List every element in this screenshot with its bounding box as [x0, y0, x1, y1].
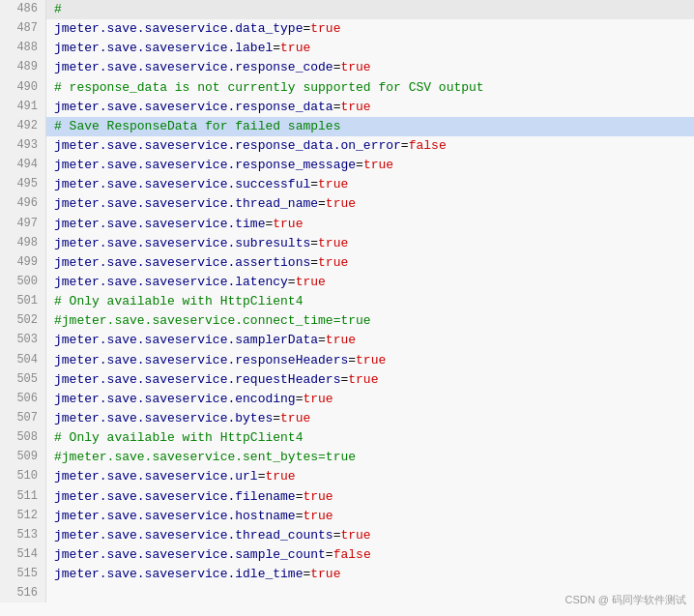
line-number: 510	[0, 467, 46, 486]
comment-text: #jmeter.save.saveservice.sent_bytes=true	[54, 450, 356, 464]
equals-sign: =	[310, 255, 318, 270]
property-value: false	[333, 547, 371, 562]
code-row: 488jmeter.save.saveservice.label=true	[0, 39, 694, 58]
property-key: jmeter.save.saveservice.response_code	[54, 60, 333, 74]
code-row: 495jmeter.save.saveservice.successful=tr…	[0, 175, 694, 194]
property-key: jmeter.save.saveservice.response_data.on…	[54, 138, 401, 153]
line-number: 512	[0, 507, 46, 526]
property-key: jmeter.save.saveservice.thread_counts	[54, 528, 333, 543]
line-number: 494	[0, 156, 46, 175]
property-value: true	[348, 372, 378, 387]
code-row: 508# Only available with HttpClient4	[0, 428, 694, 448]
comment-text: # response_data is not currently support…	[54, 80, 484, 95]
property-key: jmeter.save.saveservice.sample_count	[54, 547, 326, 562]
property-value: true	[273, 217, 303, 231]
property-value: true	[303, 392, 333, 406]
equals-sign: =	[310, 236, 318, 250]
property-key: jmeter.save.saveservice.response_data	[54, 100, 333, 114]
watermark: CSDN @ 码同学软件测试	[565, 592, 686, 608]
equals-sign: =	[273, 411, 280, 425]
property-key: jmeter.save.saveservice.bytes	[54, 411, 273, 425]
property-key: jmeter.save.saveservice.latency	[54, 275, 288, 289]
property-key: jmeter.save.saveservice.successful	[54, 177, 310, 191]
property-key: jmeter.save.saveservice.encoding	[54, 392, 296, 406]
property-value: true	[280, 411, 310, 425]
line-content: jmeter.save.saveservice.response_code=tr…	[46, 58, 694, 77]
line-content: jmeter.save.saveservice.response_data.on…	[46, 136, 694, 156]
line-number: 501	[0, 292, 46, 311]
equals-sign: =	[356, 158, 363, 172]
code-row: 493jmeter.save.saveservice.response_data…	[0, 136, 694, 156]
code-row: 515jmeter.save.saveservice.idle_time=tru…	[0, 565, 694, 584]
property-value: true	[296, 275, 326, 289]
line-content: # Only available with HttpClient4	[46, 428, 694, 448]
code-editor: 486#487jmeter.save.saveservice.data_type…	[0, 0, 694, 616]
line-number: 502	[0, 311, 46, 331]
property-key: jmeter.save.saveservice.requestHeaders	[54, 372, 340, 387]
line-number: 511	[0, 487, 46, 507]
line-number: 486	[0, 0, 46, 19]
code-row: 510jmeter.save.saveservice.url=true	[0, 467, 694, 486]
line-content: jmeter.save.saveservice.url=true	[46, 467, 694, 486]
property-value: false	[409, 138, 447, 153]
line-content: #jmeter.save.saveservice.connect_time=tr…	[46, 311, 694, 331]
comment-text: # Only available with HttpClient4	[54, 430, 303, 445]
line-number: 497	[0, 215, 46, 234]
property-value: true	[310, 21, 340, 36]
equals-sign: =	[401, 138, 409, 153]
property-value: true	[326, 196, 356, 211]
line-number: 499	[0, 253, 46, 273]
property-key: jmeter.save.saveservice.idle_time	[54, 567, 303, 581]
code-row: 489jmeter.save.saveservice.response_code…	[0, 58, 694, 77]
comment-text: #jmeter.save.saveservice.connect_time=tr…	[54, 313, 371, 328]
code-row: 498jmeter.save.saveservice.subresults=tr…	[0, 234, 694, 253]
line-number: 488	[0, 39, 46, 58]
property-value: true	[340, 100, 370, 114]
line-content: jmeter.save.saveservice.thread_name=true	[46, 194, 694, 214]
code-row: 512jmeter.save.saveservice.hostname=true	[0, 507, 694, 526]
comment-text: #	[54, 2, 62, 16]
property-value: true	[303, 489, 333, 504]
property-value: true	[310, 567, 340, 581]
line-number: 507	[0, 409, 46, 428]
property-value: true	[363, 158, 393, 172]
code-row: 490# response_data is not currently supp…	[0, 78, 694, 98]
code-row: 509#jmeter.save.saveservice.sent_bytes=t…	[0, 448, 694, 467]
code-row: 502#jmeter.save.saveservice.connect_time…	[0, 311, 694, 331]
line-content: jmeter.save.saveservice.response_data=tr…	[46, 98, 694, 117]
line-content: #jmeter.save.saveservice.sent_bytes=true	[46, 448, 694, 467]
equals-sign: =	[310, 177, 318, 191]
line-number: 500	[0, 273, 46, 292]
line-number: 489	[0, 58, 46, 77]
equals-sign: =	[318, 196, 326, 211]
property-value: true	[265, 469, 295, 484]
line-number: 490	[0, 78, 46, 98]
code-row: 501# Only available with HttpClient4	[0, 292, 694, 311]
line-number: 492	[0, 117, 46, 136]
code-row: 487jmeter.save.saveservice.data_type=tru…	[0, 19, 694, 39]
code-row: 492# Save ResponseData for failed sample…	[0, 117, 694, 136]
property-key: jmeter.save.saveservice.time	[54, 217, 265, 231]
code-row: 499jmeter.save.saveservice.assertions=tr…	[0, 253, 694, 273]
code-row: 514jmeter.save.saveservice.sample_count=…	[0, 545, 694, 565]
code-row: 486#	[0, 0, 694, 19]
line-number: 516	[0, 584, 46, 602]
property-key: jmeter.save.saveservice.assertions	[54, 255, 310, 270]
line-number: 508	[0, 428, 46, 448]
line-content: # Only available with HttpClient4	[46, 292, 694, 311]
property-key: jmeter.save.saveservice.data_type	[54, 21, 303, 36]
property-key: jmeter.save.saveservice.filename	[54, 489, 296, 504]
property-key: jmeter.save.saveservice.url	[54, 469, 258, 484]
property-value: true	[318, 177, 348, 191]
property-value: true	[356, 353, 386, 367]
line-number: 515	[0, 565, 46, 584]
line-content: jmeter.save.saveservice.data_type=true	[46, 19, 694, 39]
line-content: jmeter.save.saveservice.latency=true	[46, 273, 694, 292]
line-number: 506	[0, 390, 46, 409]
equals-sign: =	[288, 275, 296, 289]
property-value: true	[326, 333, 356, 347]
code-row: 497jmeter.save.saveservice.time=true	[0, 215, 694, 234]
code-row: 504jmeter.save.saveservice.responseHeade…	[0, 351, 694, 370]
line-content: jmeter.save.saveservice.assertions=true	[46, 253, 694, 273]
line-number: 493	[0, 136, 46, 156]
